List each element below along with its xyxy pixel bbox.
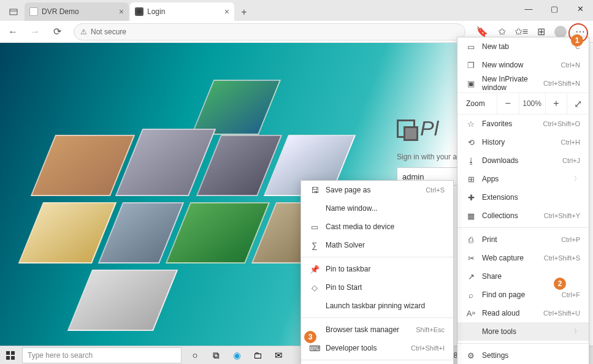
window-icon: ❐ <box>466 61 476 70</box>
annotation-badge-3: 3 <box>304 331 316 343</box>
menu-history[interactable]: ⟲HistoryCtrl+H <box>457 133 589 151</box>
settings-menu: ▭New tabC ❐New windowCtrl+N ▣New InPriva… <box>457 37 589 364</box>
menu-share[interactable]: ↗Share <box>457 267 589 286</box>
brand-text: Pl <box>420 116 438 140</box>
menu-settings[interactable]: ⚙Settings <box>457 346 589 364</box>
menu-find[interactable]: ⌕Find on pageCtrl+F <box>457 286 589 304</box>
explorer-taskbar-icon[interactable]: 🗀 <box>248 347 267 364</box>
window-controls: — ▢ ✕ <box>516 0 593 17</box>
devtools-icon: ⌨ <box>310 344 319 353</box>
find-icon: ⌕ <box>466 290 476 300</box>
annotation-badge-2: 2 <box>554 278 566 290</box>
back-button[interactable]: ← <box>4 23 22 41</box>
menu-more-tools[interactable]: More tools〉 <box>457 322 589 341</box>
gear-icon: ⚙ <box>466 351 476 360</box>
menu-zoom: Zoom − 100% + ⤢ <box>457 93 589 115</box>
mail-taskbar-icon[interactable]: ✉ <box>269 347 288 364</box>
close-tab-button[interactable]: × <box>224 7 229 17</box>
menu-task-manager[interactable]: Browser task managerShift+Esc <box>301 320 453 339</box>
share-icon: ↗ <box>466 272 476 281</box>
new-tab-icon: ▭ <box>466 42 476 51</box>
inprivate-icon: ▣ <box>466 79 476 88</box>
capture-icon: ✂ <box>466 254 476 263</box>
menu-print[interactable]: ⎙PrintCtrl+P <box>457 230 589 249</box>
apps-icon: ⊞ <box>466 175 476 184</box>
menu-extensions[interactable]: ✚Extensions <box>457 188 589 207</box>
cast-icon: ▭ <box>310 222 319 232</box>
taskbar-pinned-apps: ○ ⧉ ◉ 🗀 ✉ <box>185 347 288 364</box>
tab-label: Login <box>147 7 165 16</box>
new-tab-button[interactable]: + <box>235 4 253 21</box>
menu-save-page-as[interactable]: 🖫Save page asCtrl+S <box>301 181 453 199</box>
warning-icon: ⚠ <box>80 28 87 36</box>
print-icon: ⎙ <box>466 235 476 245</box>
read-aloud-icon: A» <box>466 309 476 318</box>
menu-new-tab[interactable]: ▭New tabC <box>457 37 589 56</box>
windows-icon <box>6 351 15 360</box>
pin-icon: ◇ <box>310 283 319 292</box>
close-tab-button[interactable]: × <box>119 7 124 17</box>
menu-new-window[interactable]: ❐New windowCtrl+N <box>457 56 589 74</box>
brand-mark-icon <box>397 119 415 138</box>
favicon-icon <box>135 7 143 16</box>
close-window-button[interactable]: ✕ <box>567 0 593 17</box>
task-view-button[interactable]: ⧉ <box>206 347 226 364</box>
svg-rect-2 <box>6 351 10 355</box>
security-status: Not secure <box>91 28 126 36</box>
svg-rect-4 <box>6 356 10 360</box>
taskbar-search[interactable]: Type here to search <box>22 347 182 363</box>
titlebar: DVR Demo × Login × + — ▢ ✕ <box>0 0 593 21</box>
collections-icon: ▦ <box>466 211 476 221</box>
menu-dev-tools[interactable]: ⌨Developer toolsCtrl+Shift+I <box>301 339 453 357</box>
zoom-out-button[interactable]: − <box>497 93 519 114</box>
zoom-label: Zoom <box>457 99 497 108</box>
star-icon: ☆ <box>466 119 476 129</box>
maximize-button[interactable]: ▢ <box>541 0 567 17</box>
menu-launch-pin-wizard[interactable]: Launch taskbar pinning wizard <box>301 297 453 315</box>
svg-rect-5 <box>11 356 15 360</box>
svg-rect-0 <box>10 9 17 15</box>
history-icon: ⟲ <box>466 138 476 147</box>
tab-label: DVR Demo <box>42 7 79 16</box>
menu-apps[interactable]: ⊞Apps〉 <box>457 170 589 188</box>
menu-math-solver[interactable]: ∑Math Solver <box>301 236 453 254</box>
tab-dvr-demo[interactable]: DVR Demo × <box>25 2 129 21</box>
menu-new-inprivate[interactable]: ▣New InPrivate windowCtrl+Shift+N <box>457 74 589 93</box>
menu-pin-taskbar[interactable]: 📌Pin to taskbar <box>301 260 453 278</box>
menu-pin-start[interactable]: ◇Pin to Start <box>301 278 453 297</box>
tab-actions-button[interactable] <box>2 2 25 21</box>
fullscreen-button[interactable]: ⤢ <box>567 93 589 114</box>
favicon-icon <box>29 7 38 16</box>
save-icon: 🖫 <box>310 186 319 195</box>
menu-collections[interactable]: ▦CollectionsCtrl+Shift+Y <box>457 207 589 225</box>
annotation-badge-1: 1 <box>571 34 583 47</box>
extensions-icon: ✚ <box>466 193 476 202</box>
refresh-button[interactable]: ⟳ <box>48 23 66 41</box>
math-icon: ∑ <box>310 241 319 250</box>
menu-favorites[interactable]: ☆FavoritesCtrl+Shift+O <box>457 115 589 133</box>
address-bar[interactable]: ⚠ Not secure <box>74 23 465 40</box>
more-tools-submenu: 🖫Save page asCtrl+S Name window... ▭Cast… <box>300 180 454 364</box>
forward-button[interactable]: → <box>26 23 44 41</box>
tab-login[interactable]: Login × <box>130 2 234 21</box>
minimize-button[interactable]: — <box>516 0 541 17</box>
zoom-value: 100% <box>519 93 545 114</box>
svg-rect-3 <box>11 351 15 355</box>
download-icon: ⭳ <box>466 156 476 165</box>
menu-web-capture[interactable]: ✂Web captureCtrl+Shift+S <box>457 249 589 267</box>
menu-cast[interactable]: ▭Cast media to device <box>301 218 453 236</box>
menu-read-aloud[interactable]: A»Read aloudCtrl+Shift+U <box>457 304 589 322</box>
edge-taskbar-icon[interactable]: ◉ <box>227 347 247 364</box>
cortana-button[interactable]: ○ <box>185 347 205 364</box>
zoom-in-button[interactable]: + <box>545 93 567 114</box>
start-button[interactable] <box>0 346 21 365</box>
menu-downloads[interactable]: ⭳DownloadsCtrl+J <box>457 151 589 170</box>
menu-name-window[interactable]: Name window... <box>301 199 453 218</box>
tab-manager-icon <box>9 7 18 16</box>
pin-icon: 📌 <box>310 265 319 274</box>
